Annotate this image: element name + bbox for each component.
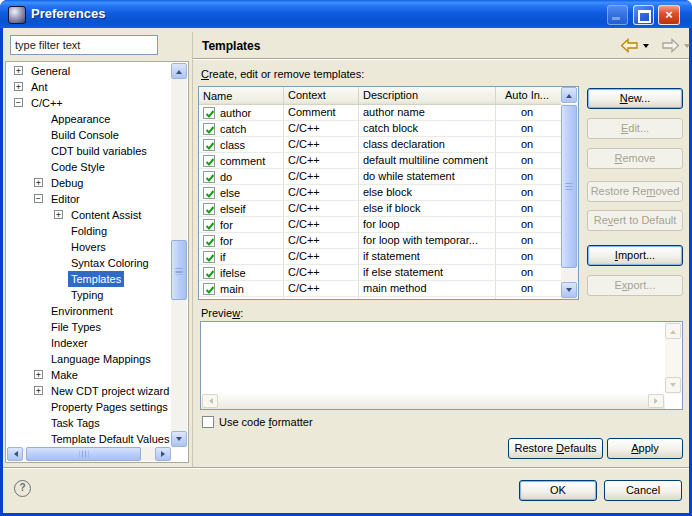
template-enabled-checkbox[interactable] [203, 203, 215, 215]
preview-box[interactable] [200, 321, 683, 410]
template-enabled-checkbox[interactable] [203, 171, 215, 183]
tree-scroll-right-icon[interactable] [155, 447, 171, 461]
use-code-formatter-row: Use code formatter [202, 416, 313, 428]
table-row[interactable]: namespaceC/C++namespace declarationon [199, 297, 561, 299]
expand-icon[interactable]: + [34, 178, 43, 187]
column-header-description[interactable]: Description [359, 87, 496, 104]
table-row[interactable]: commentC/C++default multiline commenton [199, 153, 561, 169]
tree-hscroll-thumb[interactable] [26, 447, 141, 461]
tree-item-content-assist[interactable]: +Content Assist [6, 207, 170, 223]
table-vscroll[interactable] [561, 104, 578, 299]
preview-text[interactable] [204, 324, 662, 392]
tree-item-editor[interactable]: −Editor [6, 191, 170, 207]
tree-item-general[interactable]: +General [6, 63, 170, 79]
expand-icon[interactable]: + [34, 370, 43, 379]
filter-input[interactable] [10, 35, 158, 55]
collapse-icon[interactable]: − [14, 98, 23, 107]
expand-icon[interactable]: + [34, 386, 43, 395]
expand-icon[interactable]: + [14, 66, 23, 75]
tree-item-language-mappings[interactable]: Language Mappings [6, 351, 170, 367]
table-row[interactable]: classC/C++class declarationon [199, 137, 561, 153]
use-code-formatter-checkbox[interactable] [202, 416, 214, 428]
back-arrow-icon[interactable] [620, 38, 639, 53]
tree-item-new-cdt-project-wizard[interactable]: +New CDT project wizard [6, 383, 170, 399]
table-row[interactable]: ifelseC/C++if else statementon [199, 265, 561, 281]
table-scroll-up-icon[interactable] [561, 87, 577, 103]
panel-divider[interactable] [192, 32, 193, 468]
help-icon[interactable]: ? [14, 480, 31, 497]
table-row[interactable]: doC/C++do while statementon [199, 169, 561, 185]
title-bar[interactable]: Preferences × [0, 0, 692, 28]
table-row[interactable]: mainC/C++main methodon [199, 281, 561, 297]
template-enabled-checkbox[interactable] [203, 299, 215, 300]
table-scroll-down-icon[interactable] [561, 282, 577, 298]
template-enabled-checkbox[interactable] [203, 155, 215, 167]
tree-item-hovers[interactable]: Hovers [6, 239, 170, 255]
back-dropdown-icon[interactable] [643, 44, 649, 51]
cancel-button[interactable]: Cancel [604, 480, 682, 501]
template-enabled-checkbox[interactable] [203, 139, 215, 151]
tree-item-make[interactable]: +Make [6, 367, 170, 383]
tree-item-templates[interactable]: Templates [6, 271, 170, 287]
edit-button[interactable]: Edit... [587, 118, 683, 139]
template-enabled-checkbox[interactable] [203, 187, 215, 199]
restore-removed-button[interactable]: Restore Removed [587, 181, 683, 202]
table-row[interactable]: catchC/C++catch blockon [199, 121, 561, 137]
remove-button[interactable]: Remove [587, 148, 683, 169]
tree-scroll-up-icon[interactable] [171, 63, 187, 79]
tree-item-typing[interactable]: Typing [6, 287, 170, 303]
close-button[interactable]: × [658, 5, 680, 25]
column-header-name[interactable]: Name [199, 87, 284, 104]
tree-item-c-c-[interactable]: −C/C++ [6, 95, 170, 111]
template-enabled-checkbox[interactable] [203, 219, 215, 231]
table-row[interactable]: elseC/C++else blockon [199, 185, 561, 201]
column-header-auto-insert[interactable]: Auto In... [496, 87, 558, 104]
table-row[interactable]: authorCommentauthor nameon [199, 105, 561, 121]
tree-item-cdt-build-variables[interactable]: CDT build variables [6, 143, 170, 159]
template-enabled-checkbox[interactable] [203, 123, 215, 135]
table-row[interactable]: ifC/C++if statementon [199, 249, 561, 265]
tree-vscroll-thumb[interactable] [171, 240, 187, 300]
tree-item-appearance[interactable]: Appearance [6, 111, 170, 127]
table-vscroll-thumb[interactable] [561, 105, 577, 268]
new-button[interactable]: New... [587, 88, 683, 109]
maximize-button[interactable] [633, 5, 654, 25]
ok-button[interactable]: OK [519, 480, 597, 501]
template-enabled-checkbox[interactable] [203, 251, 215, 263]
restore-defaults-button[interactable]: Restore Defaults [508, 438, 603, 459]
template-enabled-checkbox[interactable] [203, 283, 215, 295]
tree-item-environment[interactable]: Environment [6, 303, 170, 319]
minimize-button[interactable] [607, 5, 628, 25]
column-header-context[interactable]: Context [284, 87, 359, 104]
forward-arrow-icon[interactable] [661, 38, 680, 53]
template-enabled-checkbox[interactable] [203, 235, 215, 247]
tree-item-template-default-values[interactable]: Template Default Values [6, 431, 170, 447]
tree-item-build-console[interactable]: Build Console [6, 127, 170, 143]
forward-dropdown-icon[interactable] [684, 44, 690, 51]
tree-item-ant[interactable]: +Ant [6, 79, 170, 95]
import-button[interactable]: Import... [587, 245, 683, 266]
revert-to-default-button[interactable]: Revert to Default [587, 210, 683, 231]
tree-item-property-pages-settings[interactable]: Property Pages settings [6, 399, 170, 415]
expand-icon[interactable]: + [54, 210, 63, 219]
tree-scroll-left-icon[interactable] [7, 447, 23, 461]
template-enabled-checkbox[interactable] [203, 267, 215, 279]
table-row[interactable]: elseifC/C++else if blockon [199, 201, 561, 217]
tree-item-label: Task Tags [48, 415, 103, 431]
tree-item-folding[interactable]: Folding [6, 223, 170, 239]
export-button[interactable]: Export... [587, 275, 683, 296]
template-enabled-checkbox[interactable] [203, 107, 215, 119]
apply-button[interactable]: Apply [607, 438, 683, 459]
tree-item-syntax-coloring[interactable]: Syntax Coloring [6, 255, 170, 271]
table-row[interactable]: forC/C++for loopon [199, 217, 561, 233]
tree-item-task-tags[interactable]: Task Tags [6, 415, 170, 431]
tree-scroll-down-icon[interactable] [171, 431, 187, 447]
tree-item-code-style[interactable]: Code Style [6, 159, 170, 175]
table-row[interactable]: forC/C++for loop with temporar...on [199, 233, 561, 249]
tree-item-indexer[interactable]: Indexer [6, 335, 170, 351]
tree-item-file-types[interactable]: File Types [6, 319, 170, 335]
cell-name: class [199, 137, 284, 152]
expand-icon[interactable]: + [14, 82, 23, 91]
collapse-icon[interactable]: − [34, 194, 43, 203]
tree-item-debug[interactable]: +Debug [6, 175, 170, 191]
